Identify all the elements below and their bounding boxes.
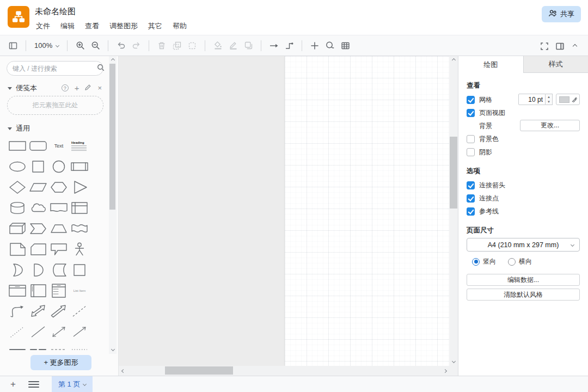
grid-size-stepper[interactable]: ▲▼: [546, 94, 553, 105]
shape-hexagon[interactable]: [48, 177, 69, 198]
menu-edit[interactable]: 编辑: [60, 21, 75, 31]
shape-bidirectional-connector[interactable]: [48, 322, 69, 342]
shape-ellipse[interactable]: [7, 156, 28, 177]
shape-search[interactable]: [7, 61, 103, 76]
shape-cylinder[interactable]: [7, 198, 28, 218]
zoom-dropdown[interactable]: 100%: [31, 41, 62, 50]
edit-data-button[interactable]: 编辑数据...: [467, 274, 580, 286]
copy-icon[interactable]: [169, 39, 185, 53]
scratchpad-dropzone[interactable]: 把元素拖至此处: [7, 96, 103, 115]
portrait-radio[interactable]: [472, 258, 480, 266]
grid-color-button[interactable]: [556, 94, 580, 105]
page-grid[interactable]: [285, 56, 449, 366]
scrollbar-thumb[interactable]: [450, 137, 457, 209]
tab-diagram[interactable]: 绘图: [458, 56, 524, 73]
more-shapes-button[interactable]: + 更多图形: [30, 355, 91, 370]
shape-dotted-line[interactable]: [7, 322, 28, 342]
shape-cube[interactable]: [7, 218, 28, 239]
vertical-scrollbar[interactable]: [449, 56, 458, 366]
shape-rectangle[interactable]: [7, 136, 28, 156]
shape-bidirectional-arrow[interactable]: [28, 301, 48, 322]
scroll-right-icon[interactable]: [440, 366, 449, 376]
shape-circle[interactable]: [48, 156, 69, 177]
shape-document[interactable]: [48, 198, 69, 218]
shape-tape[interactable]: [69, 218, 90, 239]
shape-dotted-edge[interactable]: [69, 342, 90, 354]
freehand-icon[interactable]: [322, 39, 338, 53]
menu-file[interactable]: 文件: [36, 21, 50, 31]
redo-icon[interactable]: [128, 39, 144, 53]
scroll-down-icon[interactable]: [449, 358, 458, 366]
menu-help[interactable]: 帮助: [173, 21, 187, 31]
shape-rounded-rectangle[interactable]: [28, 136, 48, 156]
guides-checkbox[interactable]: [467, 207, 475, 216]
shape-actor[interactable]: [69, 239, 90, 260]
shape-container[interactable]: [7, 280, 28, 301]
edit-icon[interactable]: [85, 84, 91, 92]
shape-step[interactable]: [28, 218, 48, 239]
shape-line[interactable]: [28, 322, 48, 342]
scroll-left-icon[interactable]: [119, 366, 127, 376]
add-page-icon[interactable]: +: [8, 379, 19, 390]
shape-text[interactable]: Text: [48, 136, 69, 156]
add-icon[interactable]: +: [75, 83, 79, 93]
collapse-toolbar-icon[interactable]: [567, 39, 583, 53]
zoom-in-icon[interactable]: [72, 39, 88, 53]
line-color-icon[interactable]: [225, 39, 241, 53]
shape-and[interactable]: [28, 260, 48, 280]
shape-square[interactable]: [28, 156, 48, 177]
menu-extras[interactable]: 其它: [148, 21, 162, 31]
shape-curve[interactable]: [7, 301, 28, 322]
grid-checkbox[interactable]: [467, 96, 475, 104]
shape-dashed-edge[interactable]: [48, 342, 69, 354]
shape-process[interactable]: [69, 156, 90, 177]
shape-list-item[interactable]: List Item: [69, 280, 90, 301]
grid-size-input[interactable]: [518, 94, 546, 105]
menu-arrange[interactable]: 调整图形: [109, 21, 138, 31]
shape-textbox-heading[interactable]: Heading: [69, 136, 90, 156]
search-input[interactable]: [13, 65, 97, 72]
shape-dashed-line[interactable]: [69, 301, 90, 322]
tab-style[interactable]: 样式: [524, 56, 588, 73]
page-view-checkbox[interactable]: [467, 109, 475, 117]
horizontal-scrollbar[interactable]: [119, 366, 458, 376]
sidebar-scrollbar[interactable]: [109, 56, 117, 354]
fill-color-icon[interactable]: [210, 39, 225, 53]
search-icon[interactable]: [97, 64, 105, 74]
page-tab[interactable]: 第 1 页: [52, 376, 93, 392]
shape-vertical-container[interactable]: [28, 280, 48, 301]
shape-arrow[interactable]: [48, 301, 69, 322]
background-color-checkbox[interactable]: [467, 135, 475, 143]
connection-arrow-icon[interactable]: [266, 39, 281, 53]
scratchpad-section-header[interactable]: 便笺本: [8, 83, 37, 93]
shape-diamond[interactable]: [7, 177, 28, 198]
shape-internal-storage[interactable]: [69, 198, 90, 218]
fullscreen-icon[interactable]: [537, 39, 552, 53]
connection-points-checkbox[interactable]: [467, 194, 475, 203]
delete-icon[interactable]: [154, 39, 169, 53]
shape-callout[interactable]: [48, 239, 69, 260]
shape-data-storage[interactable]: [48, 260, 69, 280]
pages-menu-icon[interactable]: [28, 379, 39, 390]
connection-arrows-checkbox[interactable]: [467, 181, 475, 189]
zoom-out-icon[interactable]: [88, 39, 103, 53]
scroll-up-icon[interactable]: [109, 56, 117, 64]
waypoints-icon[interactable]: [281, 39, 297, 53]
menu-view[interactable]: 查看: [85, 21, 99, 31]
shape-note[interactable]: [7, 239, 28, 260]
shape-trapezoid[interactable]: [48, 218, 69, 239]
shape-square-2[interactable]: [69, 260, 90, 280]
shape-triangle[interactable]: [69, 177, 90, 198]
toggle-sidebar-icon[interactable]: [5, 39, 21, 53]
undo-icon[interactable]: [113, 39, 128, 53]
document-title[interactable]: 未命名绘图: [35, 7, 76, 17]
scroll-down-icon[interactable]: [109, 346, 117, 354]
landscape-radio[interactable]: [508, 258, 516, 266]
help-icon[interactable]: ?: [62, 84, 69, 91]
close-icon[interactable]: ×: [97, 84, 102, 92]
shape-horizontal-line[interactable]: [7, 342, 28, 354]
shape-link[interactable]: [28, 342, 48, 354]
shadow-checkbox[interactable]: [467, 148, 475, 156]
shape-card[interactable]: [28, 239, 48, 260]
insert-icon[interactable]: [307, 39, 322, 53]
